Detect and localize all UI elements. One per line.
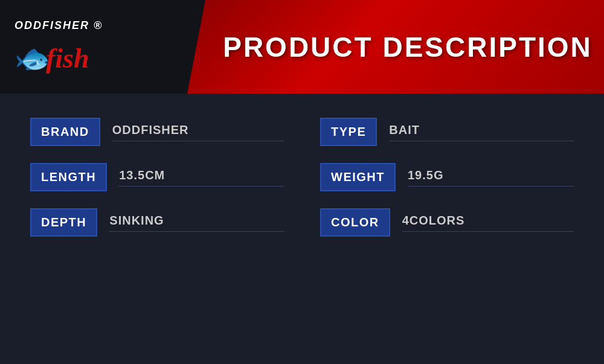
weight-row: WEIGHT 19.5G <box>320 163 574 191</box>
type-value: BAIT <box>389 123 420 136</box>
length-row: LENGTH 13.5CM <box>30 163 284 191</box>
fish-icon: 🐟 <box>14 44 51 73</box>
depth-label: DEPTH <box>30 208 97 237</box>
fish-logo: 🐟 fish <box>14 42 89 74</box>
title-area: PRODUCT DESCRIPTION <box>187 0 604 94</box>
logo-area: ODDFISHER ® 🐟 fish <box>0 0 187 94</box>
header: ODDFISHER ® 🐟 fish PRODUCT DESCRIPTION <box>0 0 604 94</box>
brand-label: BRAND <box>30 118 100 146</box>
depth-value: SINKING <box>109 214 164 227</box>
length-value: 13.5CM <box>119 168 165 182</box>
length-label: LENGTH <box>30 163 107 191</box>
type-label: TYPE <box>320 118 377 146</box>
brand-value: ODDFISHER <box>112 123 189 136</box>
depth-row: DEPTH SINKING <box>30 208 284 237</box>
weight-value: 19.5G <box>408 168 443 182</box>
color-label: COLOR <box>320 208 390 237</box>
page-title: PRODUCT DESCRIPTION <box>223 31 593 63</box>
brand-row: BRAND ODDFISHER <box>30 118 284 146</box>
brand-name: ODDFISHER ® <box>14 19 103 39</box>
weight-label: WEIGHT <box>320 163 396 191</box>
registered-symbol: ® <box>89 19 103 31</box>
type-row: TYPE BAIT <box>320 118 574 146</box>
color-row: COLOR 4COLORS <box>320 208 574 237</box>
product-specs: BRAND ODDFISHER TYPE BAIT LENGTH 13.5CM … <box>0 94 604 261</box>
fish-text: fish <box>46 42 89 74</box>
color-value: 4COLORS <box>402 214 465 227</box>
